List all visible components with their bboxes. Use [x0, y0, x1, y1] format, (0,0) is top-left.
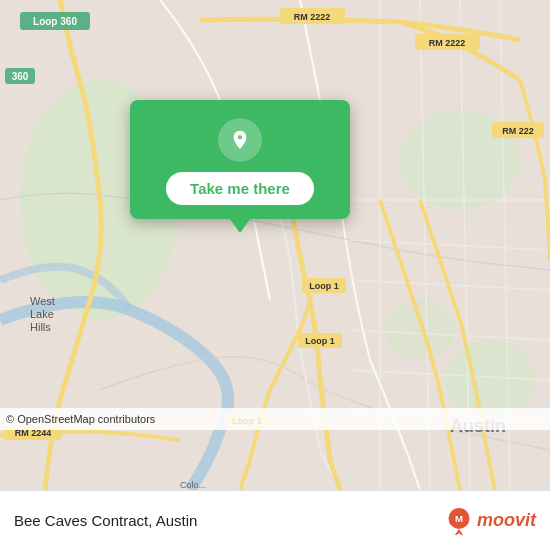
svg-text:RM 222: RM 222 — [502, 126, 534, 136]
location-pin-icon — [229, 129, 251, 151]
svg-text:RM 2222: RM 2222 — [294, 12, 331, 22]
location-icon-circle — [218, 118, 262, 162]
svg-text:RM 2222: RM 2222 — [429, 38, 466, 48]
svg-text:Lake: Lake — [30, 308, 54, 320]
attribution-text: © OpenStreetMap contributors — [6, 413, 155, 425]
moovit-logo[interactable]: M moovit — [445, 507, 536, 535]
bottom-bar: Bee Caves Contract, Austin M moovit — [0, 490, 550, 550]
map-container: Loop 360 RM 2222 RM 2222 RM 222 360 Loop… — [0, 0, 550, 490]
svg-text:West: West — [30, 295, 55, 307]
location-name: Bee Caves Contract, Austin — [14, 512, 197, 529]
moovit-text: moovit — [477, 510, 536, 531]
svg-point-4 — [385, 300, 455, 360]
take-me-there-button[interactable]: Take me there — [166, 172, 314, 205]
svg-text:M: M — [455, 512, 463, 523]
popup-card[interactable]: Take me there — [130, 100, 350, 219]
moovit-brand-icon: M — [445, 507, 473, 535]
svg-text:360: 360 — [12, 71, 29, 82]
svg-text:Loop 1: Loop 1 — [305, 336, 335, 346]
svg-text:Loop 1: Loop 1 — [309, 281, 339, 291]
svg-text:Colo...: Colo... — [180, 480, 206, 490]
attribution-bar: © OpenStreetMap contributors — [0, 408, 550, 430]
svg-text:Loop 360: Loop 360 — [33, 16, 77, 27]
svg-text:Hills: Hills — [30, 321, 51, 333]
